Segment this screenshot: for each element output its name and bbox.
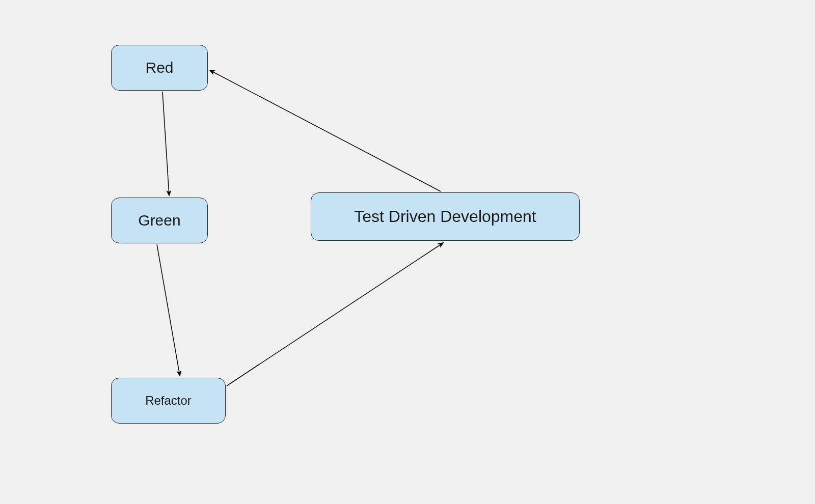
node-refactor: Refactor bbox=[111, 378, 226, 424]
svg-line-0 bbox=[162, 92, 169, 195]
node-green: Green bbox=[111, 198, 208, 243]
svg-line-2 bbox=[227, 243, 443, 386]
svg-line-3 bbox=[210, 70, 441, 191]
diagram-canvas: Red Green Refactor Test Driven Developme… bbox=[0, 0, 815, 504]
node-red-label: Red bbox=[145, 59, 173, 76]
svg-line-1 bbox=[157, 244, 180, 376]
node-green-label: Green bbox=[138, 212, 180, 229]
node-tdd-label: Test Driven Development bbox=[354, 207, 536, 226]
node-red: Red bbox=[111, 45, 208, 91]
node-tdd: Test Driven Development bbox=[311, 192, 580, 241]
node-refactor-label: Refactor bbox=[145, 394, 192, 408]
